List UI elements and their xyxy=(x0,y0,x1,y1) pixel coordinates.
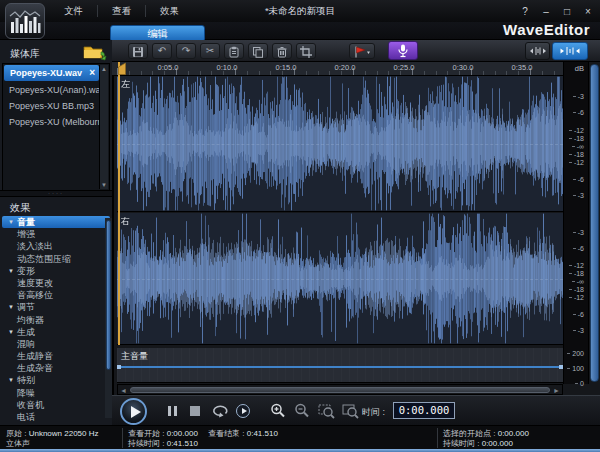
zoom-to-selection-button[interactable] xyxy=(318,403,335,419)
open-folder-button[interactable] xyxy=(82,43,108,61)
maximize-button[interactable]: □ xyxy=(561,6,573,17)
db-tick: -6 xyxy=(573,176,584,183)
effect-item[interactable]: 生成杂音 xyxy=(2,362,110,374)
scroll-left-icon[interactable]: ◄ xyxy=(120,386,127,395)
media-file-item[interactable]: Popeyes-XU(Anan).wav xyxy=(3,82,100,98)
stop-button[interactable] xyxy=(190,406,200,416)
status-bar: 原始 : Unknown 22050 Hz 立体声 查看开始 : 0:00.00… xyxy=(0,425,600,449)
main-toolbar: ↶ ↷ ✂ xyxy=(112,40,600,62)
effect-item[interactable]: 混响 xyxy=(2,338,110,350)
media-file-item[interactable]: Popeyes-XU.wav × xyxy=(4,65,99,81)
zoom-out-button[interactable] xyxy=(294,403,310,419)
minimize-button[interactable]: – xyxy=(540,6,552,17)
loop-button[interactable] xyxy=(210,403,230,418)
scroll-right-icon[interactable]: ► xyxy=(553,386,560,395)
menu-file[interactable]: 文件 xyxy=(50,0,97,22)
volume-envelope-line[interactable] xyxy=(117,366,563,368)
effect-item[interactable]: 生成静音 xyxy=(2,350,110,362)
effect-item[interactable]: 速度更改 xyxy=(2,277,110,289)
crop-button[interactable] xyxy=(296,43,316,59)
triangle-down-icon[interactable]: ▼ xyxy=(8,216,17,228)
waveform-left-channel[interactable]: 左 xyxy=(117,76,563,212)
undo-icon: ↶ xyxy=(158,45,166,56)
zoom-selection-button[interactable] xyxy=(552,42,588,60)
paste-button[interactable] xyxy=(224,43,244,59)
time-display[interactable]: 0:00.000 xyxy=(393,402,455,419)
playhead-cursor[interactable] xyxy=(118,62,120,345)
effect-item[interactable]: 电话 xyxy=(2,411,110,423)
ruler-tick-label: 0:20.0 xyxy=(328,63,362,72)
triangle-down-icon[interactable]: ▼ xyxy=(8,374,17,386)
triangle-down-icon[interactable]: ▼ xyxy=(8,265,17,277)
scrollbar-thumb[interactable] xyxy=(130,387,550,393)
left-channel-label: 左 xyxy=(121,78,130,91)
brand-logo-text: WaveEditor xyxy=(503,21,590,38)
record-button[interactable] xyxy=(388,41,418,60)
timeline-ruler[interactable]: 0:05.0 0:10.0 0:15.0 0:20.0 0:25.0 0:30.… xyxy=(112,62,588,76)
effect-group[interactable]: ▼特别 xyxy=(2,374,110,386)
effect-group[interactable]: ▼调节 xyxy=(2,301,110,313)
zoom-in-button[interactable] xyxy=(270,403,286,419)
delete-button[interactable] xyxy=(272,43,292,59)
ruler-tick-label: 0:30.0 xyxy=(446,63,480,72)
playhead-flag-icon[interactable] xyxy=(118,62,128,75)
triangle-down-icon[interactable]: ▼ xyxy=(8,301,17,313)
db-tick: -∞ xyxy=(572,143,584,150)
menu-effects[interactable]: 效果 xyxy=(146,0,193,22)
ruler-tick-label: 0:10.0 xyxy=(210,63,244,72)
pause-button[interactable] xyxy=(168,406,177,416)
db-tick: -∞ xyxy=(572,278,584,285)
effects-scrollbar[interactable] xyxy=(105,218,112,418)
effects-tree: ▼音量 增强 淡入淡出 动态范围压缩 ▼变形 速度更改 音高移位 ▼调节 均衡器… xyxy=(2,216,110,423)
help-button[interactable]: ? xyxy=(519,6,531,17)
effect-item[interactable]: 收音机 xyxy=(2,399,110,411)
close-icon[interactable]: × xyxy=(89,65,95,81)
media-file-name: Popeyes-XU BB.mp3 xyxy=(9,101,94,111)
play-selection-button[interactable] xyxy=(236,404,250,418)
horizontal-scrollbar[interactable]: ◄ ► xyxy=(117,384,563,395)
transport-bar: 时间 : 0:00.000 xyxy=(112,395,600,425)
db-tick: -3 xyxy=(573,229,584,236)
effect-group[interactable]: ▼变形 xyxy=(2,265,110,277)
media-list-scrollbar[interactable]: ▲ ▼ xyxy=(99,65,108,189)
zoom-selection-icon xyxy=(558,46,582,56)
envelope-handle[interactable] xyxy=(117,365,121,369)
copy-button[interactable] xyxy=(248,43,268,59)
zoom-fit-button[interactable] xyxy=(525,42,550,60)
save-button[interactable] xyxy=(128,43,148,59)
media-file-item[interactable]: Popeyes-XU (Melbourn... xyxy=(3,114,100,130)
marker-flag-button[interactable] xyxy=(349,43,375,59)
effect-item[interactable]: 均衡器 xyxy=(2,314,110,326)
menu-view[interactable]: 查看 xyxy=(98,0,145,22)
cut-button[interactable]: ✂ xyxy=(200,43,220,59)
effect-item[interactable]: 音高移位 xyxy=(2,289,110,301)
db-tick: -6 xyxy=(573,311,584,318)
redo-icon: ↷ xyxy=(182,45,190,56)
effect-item[interactable]: 降噪 xyxy=(2,387,110,399)
master-volume-track[interactable]: 主音量 xyxy=(117,348,563,383)
db-scale: dB -3 -6 -12 -18 -∞ -18 -12 -6 -3 -3 -6 … xyxy=(563,62,588,384)
db-tick: -12 xyxy=(569,127,584,134)
zoom-to-project-button[interactable] xyxy=(342,403,359,419)
effect-item[interactable]: 动态范围压缩 xyxy=(2,253,110,265)
zero-line xyxy=(117,279,563,280)
undo-button[interactable]: ↶ xyxy=(152,43,172,59)
scroll-up-icon[interactable]: ▲ xyxy=(100,66,108,72)
panel-splitter[interactable]: ···· xyxy=(0,190,112,197)
zero-line xyxy=(117,144,563,145)
waveform-right-channel[interactable]: 右 xyxy=(117,213,563,345)
effect-group-volume[interactable]: ▼音量 xyxy=(2,216,110,228)
master-volume-label: 主音量 xyxy=(121,350,148,363)
scrollbar-thumb[interactable] xyxy=(106,220,111,370)
scroll-down-icon[interactable]: ▼ xyxy=(100,182,108,188)
effect-item[interactable]: 增强 xyxy=(2,228,110,240)
media-file-item[interactable]: Popeyes-XU BB.mp3 xyxy=(3,98,100,114)
play-button[interactable] xyxy=(120,398,147,425)
effect-item[interactable]: 淡入淡出 xyxy=(2,240,110,252)
vertical-scrollbar[interactable] xyxy=(588,62,600,384)
close-button[interactable]: × xyxy=(582,6,594,17)
triangle-down-icon[interactable]: ▼ xyxy=(8,326,17,338)
effect-group[interactable]: ▼生成 xyxy=(2,326,110,338)
redo-button[interactable]: ↷ xyxy=(176,43,196,59)
scrollbar-thumb[interactable] xyxy=(590,64,599,382)
